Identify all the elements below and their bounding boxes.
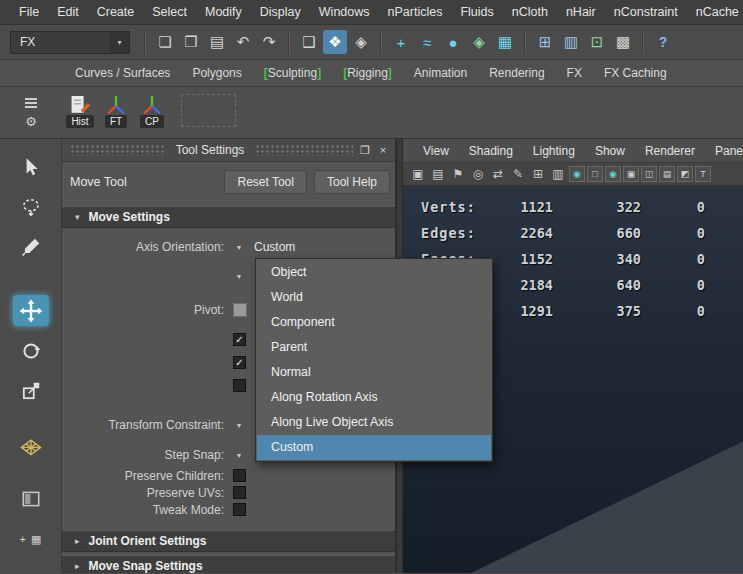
menu-item[interactable]: nHair: [557, 0, 605, 25]
menu-item[interactable]: nCache: [687, 0, 743, 25]
axis-orientation-value[interactable]: Custom: [248, 240, 295, 254]
display-toggle-button[interactable]: ◩: [677, 166, 693, 182]
viewport-menu-item[interactable]: Panels: [705, 144, 743, 158]
display-toggle-button[interactable]: T: [695, 166, 711, 182]
dropdown-option[interactable]: Object: [257, 260, 491, 285]
dropdown-option[interactable]: Along Rotation Axis: [257, 385, 491, 410]
combo-arrow-icon[interactable]: ▾: [230, 243, 248, 252]
viewport-menu-item[interactable]: Renderer: [635, 144, 705, 158]
combo-arrow-icon[interactable]: ▾: [230, 421, 248, 430]
tool-help-button[interactable]: Tool Help: [314, 170, 390, 194]
grid-layout-icon[interactable]: ▦: [31, 533, 41, 546]
gear-icon[interactable]: ⚙: [25, 114, 37, 129]
move-tool-button[interactable]: [13, 295, 49, 326]
joint-orient-settings-header[interactable]: ▸ Joint Orient Settings: [62, 530, 395, 552]
last-tool-button[interactable]: [13, 429, 49, 460]
tool-settings-titlebar[interactable]: Tool Settings ❐ ×: [62, 139, 395, 162]
reset-tool-button[interactable]: Reset Tool: [224, 170, 306, 194]
undo-icon[interactable]: ↶: [231, 30, 255, 54]
camera-icon[interactable]: ▣: [409, 167, 427, 181]
redo-icon[interactable]: ↷: [257, 30, 281, 54]
pencil-icon[interactable]: ✎: [509, 167, 527, 181]
move-settings-header[interactable]: ▾ Move Settings: [62, 206, 395, 228]
display-toggle-button[interactable]: ◫: [641, 166, 657, 182]
display-toggle-button[interactable]: ▣: [623, 166, 639, 182]
pan-zoom-icon[interactable]: ⇄: [489, 167, 507, 181]
dropdown-option[interactable]: Custom: [257, 435, 491, 460]
menu-item[interactable]: Edit: [48, 0, 88, 25]
menuset-dropdown[interactable]: FX ▾: [10, 31, 130, 54]
shelf-tab[interactable]: [Rigging]: [332, 60, 403, 86]
history-icon[interactable]: ⊞: [533, 30, 557, 54]
dropdown-option[interactable]: Normal: [257, 360, 491, 385]
shelf-tab[interactable]: [Sculpting]: [253, 60, 332, 86]
ipr-render-icon[interactable]: ⊡: [585, 30, 609, 54]
snap-grid-icon[interactable]: +: [389, 30, 413, 54]
menu-item[interactable]: Select: [143, 0, 196, 25]
select-object-icon[interactable]: ❖: [323, 30, 347, 54]
menu-item[interactable]: nCloth: [503, 0, 557, 25]
film-gate-icon[interactable]: ▤: [429, 167, 447, 181]
menu-item[interactable]: Display: [251, 0, 310, 25]
pivot-control[interactable]: [233, 303, 247, 317]
new-scene-icon[interactable]: ❏: [153, 30, 177, 54]
combo-arrow-icon[interactable]: ▾: [230, 451, 248, 460]
display-toggle-button[interactable]: ▤: [659, 166, 675, 182]
light-icon[interactable]: ◎: [469, 167, 487, 181]
snap-curve-icon[interactable]: ≈: [415, 30, 439, 54]
viewport-menu-item[interactable]: Shading: [459, 144, 523, 158]
display-toggle-button[interactable]: □: [587, 166, 603, 182]
shelf-tab[interactable]: FX: [556, 60, 593, 86]
shelf-item-ft[interactable]: FT: [98, 92, 134, 138]
checkbox-unchecked[interactable]: [233, 379, 246, 392]
menu-item[interactable]: nConstraint: [605, 0, 687, 25]
shelf-tab[interactable]: Rendering: [478, 60, 555, 86]
snap-plane-icon[interactable]: ◈: [467, 30, 491, 54]
shelf-tab[interactable]: Animation: [403, 60, 478, 86]
menu-item[interactable]: File: [10, 0, 48, 25]
select-tool-button[interactable]: [13, 151, 49, 182]
make-live-icon[interactable]: ▦: [493, 30, 517, 54]
display-toggle-button[interactable]: ◉: [569, 166, 585, 182]
film-strip-icon[interactable]: ▥: [549, 167, 567, 181]
menu-item[interactable]: Modify: [196, 0, 251, 25]
viewport-menu-item[interactable]: Show: [585, 144, 635, 158]
shelf-item-hist[interactable]: Hist: [62, 92, 98, 138]
select-hierarchy-icon[interactable]: ❑: [297, 30, 321, 54]
dropdown-option[interactable]: World: [257, 285, 491, 310]
shelf-tab[interactable]: Polygons: [181, 60, 252, 86]
checkbox-unchecked[interactable]: [233, 503, 246, 516]
dropdown-option[interactable]: Parent: [257, 335, 491, 360]
close-icon[interactable]: ×: [376, 143, 390, 157]
viewport-menu-item[interactable]: Lighting: [523, 144, 585, 158]
menu-item[interactable]: nParticles: [379, 0, 452, 25]
paint-select-tool-button[interactable]: [13, 231, 49, 262]
pane-layout-button[interactable]: [13, 483, 49, 514]
float-panel-icon[interactable]: ❐: [358, 143, 372, 157]
scale-tool-button[interactable]: [13, 375, 49, 406]
shelf-tab[interactable]: Curves / Surfaces: [64, 60, 181, 86]
display-toggle-button[interactable]: ◉: [605, 166, 621, 182]
open-scene-icon[interactable]: ❒: [179, 30, 203, 54]
shelf-item-cp[interactable]: CP: [134, 92, 170, 138]
render-view-icon[interactable]: ▥: [559, 30, 583, 54]
dropdown-option[interactable]: Along Live Object Axis: [257, 410, 491, 435]
checkbox-checked[interactable]: ✓: [233, 356, 246, 369]
shelf-menu-icon[interactable]: [25, 96, 37, 110]
menu-item[interactable]: Fluids: [451, 0, 502, 25]
add-layout-icon[interactable]: +: [20, 533, 26, 546]
shelf-tab[interactable]: FX Caching: [593, 60, 678, 86]
menu-item[interactable]: Create: [88, 0, 144, 25]
checkbox-unchecked[interactable]: [233, 486, 246, 499]
help-icon[interactable]: ?: [651, 30, 675, 54]
save-scene-icon[interactable]: ▤: [205, 30, 229, 54]
combo-arrow-icon[interactable]: ▾: [230, 272, 248, 281]
move-snap-settings-header[interactable]: ▸ Move Snap Settings: [62, 555, 395, 573]
snap-point-icon[interactable]: ●: [441, 30, 465, 54]
lasso-tool-button[interactable]: [13, 191, 49, 222]
checkbox-checked[interactable]: ✓: [233, 333, 246, 346]
rotate-tool-button[interactable]: [13, 335, 49, 366]
render-settings-icon[interactable]: ▩: [611, 30, 635, 54]
menu-item[interactable]: Windows: [310, 0, 379, 25]
grid-icon[interactable]: ⊞: [529, 167, 547, 181]
